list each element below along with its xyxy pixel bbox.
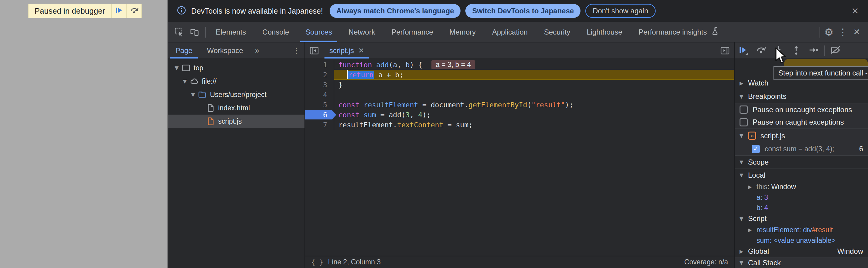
line-number-gutter[interactable]: 2 <box>305 70 334 80</box>
expander-arrow-icon[interactable]: ▼ <box>740 172 748 178</box>
row-label: Pause on uncaught exceptions <box>752 106 852 114</box>
section-call-stack[interactable]: ▼Call Stack <box>735 257 868 268</box>
scope-this[interactable]: ▶this: Window <box>735 181 868 192</box>
resume-button[interactable] <box>735 43 752 59</box>
deactivate-breakpoints-button[interactable] <box>827 43 844 59</box>
tab-page[interactable]: Page <box>168 42 200 59</box>
line-number-gutter[interactable]: 5 <box>305 100 334 110</box>
code-line[interactable]: return a + b; <box>334 70 734 80</box>
inline-eval-hint: a = 3, b = 4 <box>431 60 475 69</box>
expander-arrow-icon[interactable]: ▼ <box>740 216 748 221</box>
tree-item-users-user-project[interactable]: ▼Users/user/project <box>168 88 305 101</box>
breakpoint-file-group[interactable]: ▼‹›script.js <box>735 128 868 143</box>
always-match-chrome-s-language-button[interactable]: Always match Chrome's language <box>330 4 461 18</box>
tab-lighthouse[interactable]: Lighthouse <box>578 22 630 42</box>
expander-arrow-icon[interactable]: ▼ <box>181 78 189 84</box>
step-out-button[interactable] <box>787 43 805 59</box>
scope-script[interactable]: ▼Script <box>735 213 868 224</box>
toggle-device-toolbar-icon[interactable] <box>188 25 202 39</box>
close-devtools-icon[interactable]: ✕ <box>850 25 864 39</box>
tab-network[interactable]: Network <box>340 22 383 42</box>
infobar-close-icon[interactable]: ✕ <box>849 6 861 17</box>
code-line-row: 7resultElement.textContent = sum; <box>305 120 734 130</box>
expander-arrow-icon[interactable]: ▼ <box>740 260 748 266</box>
code-line[interactable]: function add(a, b) {a = 3, b = 4 <box>334 60 734 70</box>
code-token: , <box>397 61 406 69</box>
expander-arrow-icon[interactable]: ▼ <box>189 92 197 98</box>
tree-item-index-html[interactable]: index.html <box>168 101 305 115</box>
tree-item-top[interactable]: ▼top <box>168 61 305 75</box>
breakpoint-marker[interactable] <box>305 110 336 119</box>
tab-sources[interactable]: Sources <box>297 22 340 42</box>
step-over-button[interactable] <box>752 43 770 59</box>
unchecked-checkbox[interactable] <box>740 106 748 114</box>
code-token: getElementById <box>468 101 527 109</box>
unchecked-checkbox[interactable] <box>740 118 748 126</box>
expander-arrow-icon[interactable]: ▶ <box>740 80 748 86</box>
code-line[interactable]: const resultElement = document.getElemen… <box>334 100 734 110</box>
code-line[interactable]: } <box>334 80 734 90</box>
expander-arrow-icon[interactable]: ▼ <box>740 94 748 99</box>
step-button[interactable] <box>805 43 823 59</box>
hide-debugger-sidebar-icon[interactable] <box>716 42 734 59</box>
scope-sum[interactable]: sum: <value unavailable> <box>735 235 868 245</box>
code-token: b <box>406 61 410 69</box>
settings-gear-icon[interactable]: ⚙ <box>822 25 836 39</box>
more-options-menu-icon[interactable]: ⋮ <box>836 25 850 39</box>
tree-item-script-js[interactable]: script.js <box>168 115 305 128</box>
expander-arrow-icon[interactable]: ▶ <box>748 184 756 190</box>
checked-checkbox[interactable]: ✓ <box>752 145 760 153</box>
expander-arrow-icon[interactable]: ▼ <box>740 133 748 139</box>
hide-navigator-icon[interactable] <box>305 42 323 59</box>
code-token: ); <box>422 111 431 119</box>
expander-arrow-icon[interactable]: ▶ <box>748 227 756 233</box>
line-number-gutter[interactable]: 4 <box>305 90 334 100</box>
pause-caught-exceptions-row[interactable]: Pause on caught exceptions <box>735 116 868 128</box>
tab-performance-insights[interactable]: Performance insights <box>630 22 727 42</box>
close-tab-icon[interactable]: ✕ <box>358 47 364 55</box>
scope-resultelement[interactable]: ▶resultElement: div#result <box>735 224 868 235</box>
tab-elements[interactable]: Elements <box>208 22 254 42</box>
scope-var-a[interactable]: a: 3 <box>735 192 868 203</box>
tab-label: Sources <box>305 28 332 36</box>
tab-console[interactable]: Console <box>254 22 297 42</box>
tab-memory[interactable]: Memory <box>441 22 484 42</box>
tree-item-file[interactable]: ▼file:// <box>168 75 305 88</box>
scope-global[interactable]: ▶GlobalWindow <box>735 245 868 257</box>
scope-var-b[interactable]: b: 4 <box>735 203 868 213</box>
code-line[interactable]: const sum = add(3, 4); <box>334 110 734 120</box>
more-tabs-icon[interactable]: » <box>251 42 264 59</box>
pretty-print-icon[interactable]: { } <box>311 258 323 266</box>
editor-tab-scriptjs[interactable]: script.js ✕ <box>323 42 370 59</box>
breakpoint-code-snippet: const sum = add(3, 4); <box>765 145 834 153</box>
step-over-overlay-button[interactable] <box>126 4 142 18</box>
code-line[interactable]: resultElement.textContent = sum; <box>334 120 734 130</box>
navigator-menu-icon[interactable]: ⋮ <box>288 42 305 59</box>
breakpoint-entry[interactable]: ✓const sum = add(3, 4);6 <box>735 143 868 155</box>
section-scope[interactable]: ▼Scope <box>735 155 868 169</box>
don-t-show-again-button[interactable]: Don't show again <box>585 4 655 18</box>
expander-arrow-icon[interactable]: ▶ <box>740 248 748 255</box>
expander-arrow-icon[interactable]: ▼ <box>740 159 748 165</box>
line-number-gutter[interactable]: 1 <box>305 60 334 70</box>
switch-devtools-to-japanese-button[interactable]: Switch DevTools to Japanese <box>465 4 581 18</box>
tab-workspace[interactable]: Workspace <box>200 42 251 59</box>
line-number-gutter[interactable]: 6 <box>305 110 334 120</box>
section-breakpoints[interactable]: ▼Breakpoints <box>735 90 868 103</box>
expander-arrow-icon[interactable]: ▼ <box>173 65 181 71</box>
line-number-gutter[interactable]: 7 <box>305 120 334 130</box>
tab-performance[interactable]: Performance <box>383 22 441 42</box>
tab-application[interactable]: Application <box>484 22 536 42</box>
inspect-element-icon[interactable] <box>173 25 186 39</box>
pause-uncaught-exceptions-row[interactable]: Pause on uncaught exceptions <box>735 103 868 116</box>
line-number-gutter[interactable]: 3 <box>305 80 334 90</box>
resume-script-overlay-button[interactable] <box>111 4 126 18</box>
resume-icon <box>738 45 749 56</box>
code-line[interactable] <box>334 90 734 100</box>
value-token: this <box>756 183 767 191</box>
line-number: 2 <box>323 71 327 79</box>
scope-local[interactable]: ▼Local <box>735 169 868 181</box>
editor-tabstrip: script.js ✕ <box>305 42 734 59</box>
code-line-row: 4 <box>305 90 734 100</box>
tab-security[interactable]: Security <box>536 22 579 42</box>
